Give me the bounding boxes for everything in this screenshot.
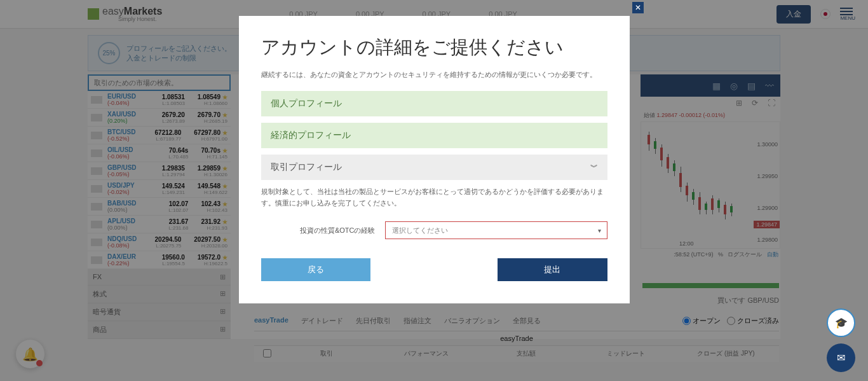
chat-button[interactable]: ✉ (827, 343, 855, 372)
submit-button[interactable]: 提出 (498, 258, 607, 281)
investment-experience-label: 投資の性質&OTCの経験 (261, 226, 376, 235)
chevron-down-icon: ︾ (590, 162, 598, 173)
modal-description: 継続するには、あなたの資金とアカウントのセキュリティを維持するための情報が更にい… (261, 70, 607, 80)
investment-experience-select[interactable]: 選択してください (385, 221, 607, 239)
modal-title: アカウントの詳細をご提供ください (261, 35, 607, 60)
back-button[interactable]: 戻る (261, 258, 371, 281)
account-details-modal: ✕ アカウントの詳細をご提供ください 継続するには、あなたの資金とアカウントのセ… (239, 16, 630, 303)
section-personal-profile[interactable]: 個人プロフィール (261, 91, 607, 116)
section-economic-profile[interactable]: 経済的プロフィール (261, 123, 607, 148)
section-trading-profile[interactable]: 取引プロフィール︾ (261, 155, 607, 180)
education-button[interactable]: 🎓 (827, 308, 855, 337)
section-note: 規制対象として、当社は当社の製品とサービスがお客様にとって適切であるかどうかを評… (261, 186, 607, 209)
modal-overlay: ✕ アカウントの詳細をご提供ください 継続するには、あなたの資金とアカウントのセ… (0, 0, 868, 381)
chat-icon: ✉ (837, 352, 845, 364)
modal-close-button[interactable]: ✕ (632, 2, 644, 13)
graduation-icon: 🎓 (835, 317, 848, 329)
